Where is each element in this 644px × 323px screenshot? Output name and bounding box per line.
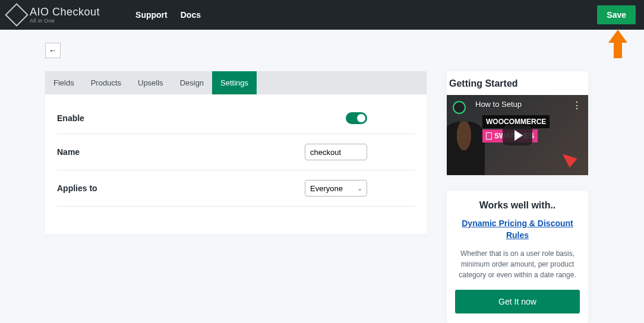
page-body: Fields Products Upsells Design Settings … xyxy=(0,30,644,323)
brand-title: AIO Checkout xyxy=(30,7,100,17)
brand-subtitle: All in One xyxy=(30,18,100,24)
save-button[interactable]: Save xyxy=(597,5,636,24)
applies-select-wrap: Everyone ⌄ xyxy=(305,180,367,197)
applies-label: Applies to xyxy=(57,183,97,193)
red-arrow-icon xyxy=(558,150,577,168)
tab-products[interactable]: Products xyxy=(83,71,130,94)
get-it-now-button[interactable]: Get It now xyxy=(455,290,580,314)
promo-link[interactable]: Dynamic Pricing & Discount Rules xyxy=(455,218,580,241)
video-thumbnail[interactable]: How to Setup ⋮ WOOCOMMERCE SWATCHES xyxy=(447,95,588,175)
sidebar: Getting Started How to Setup ⋮ WOOCOMMER… xyxy=(447,71,588,323)
arrow-left-icon: ← xyxy=(49,46,57,55)
back-button[interactable]: ← xyxy=(45,43,61,58)
topbar: AIO Checkout All in One Support Docs Sav… xyxy=(0,0,644,30)
row-name: Name xyxy=(57,134,415,170)
getting-started-card: Getting Started How to Setup ⋮ WOOCOMMER… xyxy=(447,71,588,175)
name-label: Name xyxy=(57,147,80,157)
swatch-icon xyxy=(486,132,492,140)
name-input[interactable] xyxy=(305,144,367,160)
main-panel: Fields Products Upsells Design Settings … xyxy=(45,71,427,234)
promo-card: Works well with.. Dynamic Pricing & Disc… xyxy=(447,191,588,323)
brand: AIO Checkout All in One xyxy=(8,7,100,24)
settings-panel: Enable Name Applies to Everyone ⌄ xyxy=(45,94,427,234)
video-title: How to Setup xyxy=(475,100,522,109)
nav-docs[interactable]: Docs xyxy=(181,10,201,20)
enable-toggle[interactable] xyxy=(346,112,367,124)
tab-upsells[interactable]: Upsells xyxy=(130,71,172,94)
row-applies: Applies to Everyone ⌄ xyxy=(57,170,415,207)
nav-links: Support Docs xyxy=(135,10,201,20)
tab-fields[interactable]: Fields xyxy=(45,71,83,94)
promo-title: Works well with.. xyxy=(455,200,580,211)
brand-text: AIO Checkout All in One xyxy=(30,7,100,24)
tabbar: Fields Products Upsells Design Settings xyxy=(45,71,427,94)
nav-support[interactable]: Support xyxy=(135,10,168,20)
toggle-knob-icon xyxy=(357,114,365,122)
play-button[interactable] xyxy=(503,125,532,145)
getting-started-title: Getting Started xyxy=(447,71,588,95)
applies-select[interactable]: Everyone xyxy=(305,180,367,197)
brand-logo-icon xyxy=(5,3,29,27)
row-enable: Enable xyxy=(57,112,415,134)
enable-label: Enable xyxy=(57,113,84,123)
tab-design[interactable]: Design xyxy=(172,71,212,94)
video-person-graphic xyxy=(447,122,485,175)
video-menu-icon[interactable]: ⋮ xyxy=(572,100,582,111)
promo-desc: Whether that is on a user role basis, mi… xyxy=(455,248,580,280)
callout-arrow-icon xyxy=(608,30,627,58)
channel-avatar-icon xyxy=(453,101,466,114)
tab-settings[interactable]: Settings xyxy=(212,71,257,94)
